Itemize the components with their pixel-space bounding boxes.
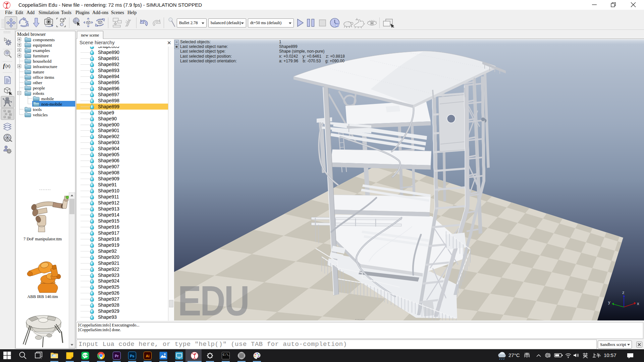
svg-text:Pr: Pr [115, 354, 119, 358]
svg-text:(x): (x) [5, 63, 10, 68]
svg-text:y: y [608, 300, 610, 305]
svg-text:Ai: Ai [146, 354, 150, 358]
svg-text:z: z [622, 290, 625, 295]
svg-text:C:\_: C:\_ [223, 353, 230, 357]
svg-text:x: x [637, 301, 639, 306]
svg-text:EDU: EDU [178, 277, 249, 320]
svg-text:Ps: Ps [130, 354, 134, 358]
svg-text:RT: RT [335, 24, 339, 26]
